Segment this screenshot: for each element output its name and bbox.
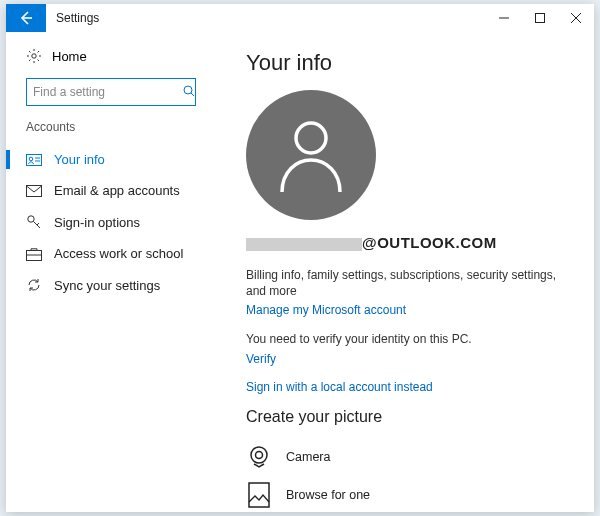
key-icon [26,214,42,230]
verify-link[interactable]: Verify [246,352,570,366]
redacted-username [246,238,362,251]
maximize-button[interactable] [522,4,558,32]
arrow-left-icon [18,10,34,26]
home-link[interactable]: Home [26,42,216,70]
verify-description: You need to verify your identity on this… [246,331,570,347]
svg-point-18 [251,447,267,463]
sidebar: Home Accounts Your info Email & app acco… [6,32,216,512]
gear-icon [26,48,42,64]
minimize-button[interactable] [486,4,522,32]
person-icon [276,116,346,194]
maximize-icon [535,13,545,23]
settings-window: Settings Home Accounts [6,4,594,512]
content-area: Home Accounts Your info Email & app acco… [6,32,594,512]
close-button[interactable] [558,4,594,32]
svg-point-4 [32,54,36,58]
svg-point-5 [184,86,192,94]
sidebar-item-work[interactable]: Access work or school [26,238,216,269]
search-icon [183,85,195,100]
section-accounts: Accounts [26,120,216,134]
sidebar-item-email[interactable]: Email & app accounts [26,175,216,206]
create-picture-heading: Create your picture [246,408,570,426]
window-controls [486,4,594,32]
browse-label: Browse for one [286,488,370,502]
camera-icon [246,444,272,470]
sidebar-item-signin[interactable]: Sign-in options [26,206,216,238]
sync-icon [26,277,42,293]
window-title: Settings [56,11,99,25]
svg-point-8 [29,157,33,161]
svg-point-12 [28,216,34,222]
sidebar-item-label: Sync your settings [54,278,160,293]
minimize-icon [499,13,509,23]
email-domain: @OUTLOOK.COM [362,234,497,251]
svg-line-6 [191,93,194,96]
page-title: Your info [246,50,570,76]
back-button[interactable] [6,4,46,32]
camera-label: Camera [286,450,330,464]
avatar [246,90,376,220]
browse-option[interactable]: Browse for one [246,476,570,512]
close-icon [571,13,581,23]
local-account-link[interactable]: Sign in with a local account instead [246,380,570,394]
billing-description: Billing info, family settings, subscript… [246,267,570,299]
titlebar: Settings [6,4,594,32]
camera-option[interactable]: Camera [246,438,570,476]
main-panel: Your info @OUTLOOK.COM Billing info, fam… [216,32,594,512]
sidebar-item-label: Sign-in options [54,215,140,230]
svg-rect-20 [249,483,269,507]
sidebar-item-sync[interactable]: Sync your settings [26,269,216,301]
home-label: Home [52,49,87,64]
account-email: @OUTLOOK.COM [246,234,570,251]
svg-line-14 [37,223,39,225]
search-input[interactable] [33,85,183,99]
sidebar-item-label: Email & app accounts [54,183,180,198]
briefcase-icon [26,247,42,261]
search-box[interactable] [26,78,196,106]
mail-icon [26,185,42,197]
sidebar-item-label: Your info [54,152,105,167]
picture-icon [246,482,272,508]
svg-rect-11 [27,185,42,196]
svg-point-17 [296,123,326,153]
sidebar-item-label: Access work or school [54,246,183,261]
svg-rect-1 [536,14,545,23]
person-badge-icon [26,153,42,167]
svg-point-19 [256,451,263,458]
manage-account-link[interactable]: Manage my Microsoft account [246,303,570,317]
sidebar-item-your-info[interactable]: Your info [26,144,216,175]
